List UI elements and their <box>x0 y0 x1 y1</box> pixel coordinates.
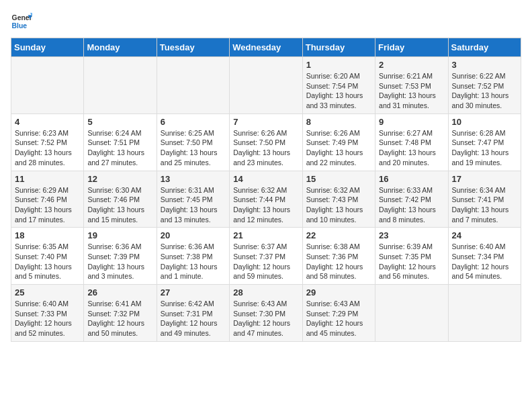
week-row-2: 11Sunrise: 6:29 AM Sunset: 7:46 PM Dayli… <box>11 171 521 228</box>
day-number: 26 <box>87 287 152 298</box>
day-info: Sunrise: 6:37 AM Sunset: 7:37 PM Dayligh… <box>233 242 298 281</box>
week-row-1: 4Sunrise: 6:23 AM Sunset: 7:52 PM Daylig… <box>11 113 521 171</box>
calendar-cell <box>230 57 302 114</box>
day-number: 3 <box>452 60 517 70</box>
day-info: Sunrise: 6:26 AM Sunset: 7:50 PM Dayligh… <box>233 128 298 168</box>
day-info: Sunrise: 6:42 AM Sunset: 7:31 PM Dayligh… <box>161 299 226 338</box>
day-number: 14 <box>233 174 298 184</box>
day-info: Sunrise: 6:32 AM Sunset: 7:44 PM Dayligh… <box>233 185 298 225</box>
day-number: 11 <box>15 174 80 184</box>
week-row-0: 1Sunrise: 6:20 AM Sunset: 7:54 PM Daylig… <box>11 57 521 114</box>
calendar-cell: 12Sunrise: 6:30 AM Sunset: 7:46 PM Dayli… <box>84 171 157 228</box>
calendar-cell: 27Sunrise: 6:42 AM Sunset: 7:31 PM Dayli… <box>157 285 229 342</box>
calendar-cell <box>448 285 521 342</box>
week-row-3: 18Sunrise: 6:35 AM Sunset: 7:40 PM Dayli… <box>11 228 521 285</box>
day-number: 18 <box>15 230 80 240</box>
calendar-cell: 11Sunrise: 6:29 AM Sunset: 7:46 PM Dayli… <box>11 171 84 228</box>
day-info: Sunrise: 6:30 AM Sunset: 7:46 PM Dayligh… <box>87 185 152 225</box>
header-sunday: Sunday <box>11 38 84 57</box>
day-number: 13 <box>161 174 226 184</box>
logo-icon: General Blue <box>11 11 32 32</box>
day-number: 12 <box>87 174 152 184</box>
calendar-cell: 24Sunrise: 6:40 AM Sunset: 7:34 PM Dayli… <box>448 228 521 285</box>
day-info: Sunrise: 6:23 AM Sunset: 7:52 PM Dayligh… <box>15 128 80 168</box>
calendar-cell <box>375 285 448 342</box>
day-info: Sunrise: 6:43 AM Sunset: 7:30 PM Dayligh… <box>233 299 298 338</box>
day-info: Sunrise: 6:34 AM Sunset: 7:41 PM Dayligh… <box>452 185 517 225</box>
day-number: 9 <box>379 117 444 127</box>
week-row-4: 25Sunrise: 6:40 AM Sunset: 7:33 PM Dayli… <box>11 285 521 342</box>
calendar-cell: 10Sunrise: 6:28 AM Sunset: 7:47 PM Dayli… <box>448 113 521 171</box>
calendar-cell <box>84 57 157 114</box>
calendar-cell: 3Sunrise: 6:22 AM Sunset: 7:52 PM Daylig… <box>448 57 521 114</box>
day-number: 19 <box>87 230 152 240</box>
day-info: Sunrise: 6:28 AM Sunset: 7:47 PM Dayligh… <box>452 128 517 168</box>
header-monday: Monday <box>84 38 157 57</box>
calendar-cell: 7Sunrise: 6:26 AM Sunset: 7:50 PM Daylig… <box>230 113 302 171</box>
day-info: Sunrise: 6:32 AM Sunset: 7:43 PM Dayligh… <box>306 185 371 225</box>
day-number: 20 <box>161 230 226 240</box>
day-info: Sunrise: 6:21 AM Sunset: 7:53 PM Dayligh… <box>379 71 444 111</box>
day-info: Sunrise: 6:41 AM Sunset: 7:32 PM Dayligh… <box>87 299 152 338</box>
calendar-cell: 6Sunrise: 6:25 AM Sunset: 7:50 PM Daylig… <box>157 113 229 171</box>
calendar-cell <box>157 57 229 114</box>
calendar-cell: 20Sunrise: 6:36 AM Sunset: 7:38 PM Dayli… <box>157 228 229 285</box>
day-info: Sunrise: 6:43 AM Sunset: 7:29 PM Dayligh… <box>306 299 371 338</box>
calendar-cell: 23Sunrise: 6:39 AM Sunset: 7:35 PM Dayli… <box>375 228 448 285</box>
calendar-cell: 1Sunrise: 6:20 AM Sunset: 7:54 PM Daylig… <box>302 57 375 114</box>
day-number: 24 <box>452 230 517 240</box>
day-info: Sunrise: 6:22 AM Sunset: 7:52 PM Dayligh… <box>452 71 517 111</box>
day-number: 8 <box>306 117 371 127</box>
day-info: Sunrise: 6:36 AM Sunset: 7:38 PM Dayligh… <box>161 242 226 281</box>
calendar-cell: 4Sunrise: 6:23 AM Sunset: 7:52 PM Daylig… <box>11 113 84 171</box>
day-number: 28 <box>233 287 298 298</box>
day-number: 5 <box>87 117 152 127</box>
day-info: Sunrise: 6:27 AM Sunset: 7:48 PM Dayligh… <box>379 128 444 168</box>
day-number: 22 <box>306 230 371 240</box>
day-number: 17 <box>452 174 517 184</box>
header-wednesday: Wednesday <box>230 38 302 57</box>
day-info: Sunrise: 6:36 AM Sunset: 7:39 PM Dayligh… <box>87 242 152 281</box>
day-info: Sunrise: 6:20 AM Sunset: 7:54 PM Dayligh… <box>306 71 371 111</box>
calendar-cell: 22Sunrise: 6:38 AM Sunset: 7:36 PM Dayli… <box>302 228 375 285</box>
day-info: Sunrise: 6:25 AM Sunset: 7:50 PM Dayligh… <box>161 128 226 168</box>
calendar-body: 1Sunrise: 6:20 AM Sunset: 7:54 PM Daylig… <box>11 57 521 342</box>
day-number: 2 <box>379 60 444 70</box>
day-info: Sunrise: 6:24 AM Sunset: 7:51 PM Dayligh… <box>87 128 152 168</box>
calendar-cell: 15Sunrise: 6:32 AM Sunset: 7:43 PM Dayli… <box>302 171 375 228</box>
day-info: Sunrise: 6:31 AM Sunset: 7:45 PM Dayligh… <box>161 185 226 225</box>
day-number: 21 <box>233 230 298 240</box>
calendar-cell: 17Sunrise: 6:34 AM Sunset: 7:41 PM Dayli… <box>448 171 521 228</box>
day-number: 27 <box>161 287 226 298</box>
day-number: 4 <box>15 117 80 127</box>
calendar-cell: 14Sunrise: 6:32 AM Sunset: 7:44 PM Dayli… <box>230 171 302 228</box>
day-number: 16 <box>379 174 444 184</box>
calendar-cell: 18Sunrise: 6:35 AM Sunset: 7:40 PM Dayli… <box>11 228 84 285</box>
header-row: Sunday Monday Tuesday Wednesday Thursday… <box>11 38 521 57</box>
day-number: 6 <box>161 117 226 127</box>
calendar-cell <box>11 57 84 114</box>
header-friday: Friday <box>375 38 448 57</box>
day-number: 1 <box>306 60 371 70</box>
calendar-cell: 13Sunrise: 6:31 AM Sunset: 7:45 PM Dayli… <box>157 171 229 228</box>
day-info: Sunrise: 6:35 AM Sunset: 7:40 PM Dayligh… <box>15 242 80 281</box>
day-info: Sunrise: 6:29 AM Sunset: 7:46 PM Dayligh… <box>15 185 80 225</box>
calendar-cell: 8Sunrise: 6:26 AM Sunset: 7:49 PM Daylig… <box>302 113 375 171</box>
header: General Blue <box>11 11 521 32</box>
header-thursday: Thursday <box>302 38 375 57</box>
day-info: Sunrise: 6:40 AM Sunset: 7:34 PM Dayligh… <box>452 242 517 281</box>
day-number: 10 <box>452 117 517 127</box>
day-info: Sunrise: 6:38 AM Sunset: 7:36 PM Dayligh… <box>306 242 371 281</box>
calendar-cell: 25Sunrise: 6:40 AM Sunset: 7:33 PM Dayli… <box>11 285 84 342</box>
calendar-table: Sunday Monday Tuesday Wednesday Thursday… <box>11 38 521 342</box>
day-info: Sunrise: 6:33 AM Sunset: 7:42 PM Dayligh… <box>379 185 444 225</box>
svg-text:Blue: Blue <box>12 22 28 30</box>
calendar-cell: 26Sunrise: 6:41 AM Sunset: 7:32 PM Dayli… <box>84 285 157 342</box>
header-saturday: Saturday <box>448 38 521 57</box>
day-number: 7 <box>233 117 298 127</box>
calendar-cell: 2Sunrise: 6:21 AM Sunset: 7:53 PM Daylig… <box>375 57 448 114</box>
calendar-cell: 29Sunrise: 6:43 AM Sunset: 7:29 PM Dayli… <box>302 285 375 342</box>
day-number: 29 <box>306 287 371 298</box>
calendar-cell: 9Sunrise: 6:27 AM Sunset: 7:48 PM Daylig… <box>375 113 448 171</box>
day-info: Sunrise: 6:40 AM Sunset: 7:33 PM Dayligh… <box>15 299 80 338</box>
